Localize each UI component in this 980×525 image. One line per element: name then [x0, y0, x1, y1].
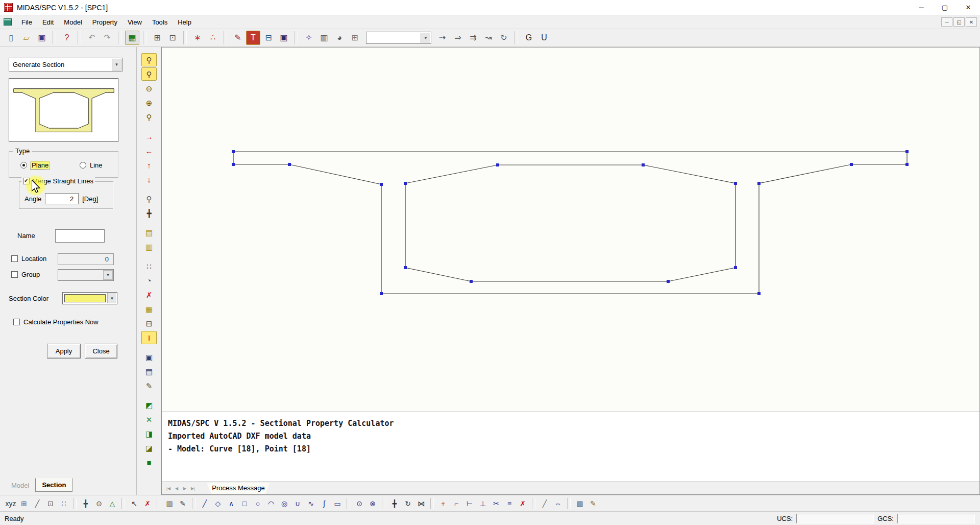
renumber-icon[interactable]: ⇉	[466, 31, 480, 45]
chevron-down-icon[interactable]: ▼	[107, 293, 116, 303]
shrink-icon[interactable]: ◨	[141, 427, 157, 440]
tab-section[interactable]: Section	[35, 478, 72, 492]
zoom-fit-icon[interactable]: ⚲	[141, 67, 157, 81]
export-draw-icon[interactable]: ▥	[573, 497, 586, 510]
open-folder-icon[interactable]: ▱	[19, 31, 34, 45]
menu-view[interactable]: View	[122, 16, 147, 29]
chevron-down-icon[interactable]: ▼	[112, 59, 121, 70]
ortho-icon[interactable]: ⊙	[92, 497, 106, 510]
draw-rectangle-icon[interactable]: □	[238, 497, 251, 510]
snap-grid-icon[interactable]: ⊡	[44, 497, 57, 510]
mdi-close-button[interactable]: ✕	[966, 17, 977, 27]
tab-model[interactable]: Model	[5, 479, 35, 492]
name-input[interactable]	[55, 229, 105, 243]
ucs-icon[interactable]: xyz	[4, 497, 17, 510]
zoom-in-icon[interactable]: ⊕	[141, 96, 157, 109]
group-checkbox[interactable]	[11, 271, 18, 278]
pan-dynamic-icon[interactable]: ╋	[141, 206, 157, 220]
point-display-icon[interactable]: ∷	[141, 259, 157, 273]
draw-spline-icon[interactable]: ʃ	[317, 497, 331, 510]
point-circle-icon[interactable]: ⊙	[353, 497, 366, 510]
draw-polyline-icon[interactable]: ∧	[225, 497, 238, 510]
fill-toggle-icon[interactable]: ◩	[141, 398, 157, 412]
mdi-restore-button[interactable]: ◱	[953, 17, 965, 27]
generate-section-icon[interactable]: ✧	[302, 31, 316, 45]
mdi-minimize-button[interactable]: ─	[941, 17, 952, 27]
zoom-select-icon[interactable]: ◕	[332, 31, 347, 45]
move-entity-icon[interactable]: ╋	[388, 497, 401, 510]
save-image-icon[interactable]: ▣	[141, 350, 157, 364]
drawing-canvas[interactable]	[162, 47, 979, 412]
tab-scroll-button[interactable]: ▶	[181, 484, 189, 493]
exclude-circle-icon[interactable]: ⊗	[366, 497, 379, 510]
free-edge-icon[interactable]: ✕	[141, 413, 157, 426]
polygon-display-icon[interactable]: ▦	[141, 302, 157, 316]
location-row[interactable]: Location	[11, 255, 46, 262]
draw-wave-icon[interactable]: ∿	[304, 497, 317, 510]
trim-icon[interactable]: ✂	[489, 497, 503, 510]
rotate-entity-icon[interactable]: ↻	[401, 497, 414, 510]
menu-edit[interactable]: Edit	[37, 16, 59, 29]
mode-select[interactable]: Generate Section ▼	[9, 58, 122, 71]
section-display-icon[interactable]: ▤	[141, 226, 157, 239]
snap-line-icon[interactable]: ╱	[31, 497, 44, 510]
calc-properties-checkbox[interactable]	[13, 319, 20, 325]
radio-plane[interactable]: Plane	[20, 161, 50, 169]
group-row[interactable]: Group	[11, 271, 40, 278]
radio-line-control[interactable]	[80, 162, 86, 169]
angle-input[interactable]: 2	[45, 193, 79, 204]
zoom-out-icon[interactable]: ⊖	[141, 82, 157, 95]
underline-icon[interactable]: U	[537, 31, 551, 45]
zoom-window-icon[interactable]: ⚲	[141, 53, 157, 66]
list-entity-icon[interactable]: ✎	[586, 497, 600, 510]
save-icon[interactable]: ▣	[35, 31, 49, 45]
rotate-view-icon[interactable]: ⚲	[141, 192, 157, 205]
radio-line[interactable]: Line	[80, 161, 103, 169]
import-dxf-icon[interactable]: ✎	[231, 31, 245, 45]
refresh-icon[interactable]: ↻	[497, 31, 511, 45]
tab-process-message[interactable]: Process Message	[202, 483, 275, 494]
query-icon[interactable]: ✎	[141, 379, 157, 392]
chevron-down-icon[interactable]: ▼	[421, 33, 430, 43]
save-section-icon[interactable]: ▣	[277, 31, 291, 45]
section-outline-icon[interactable]: ▥	[141, 240, 157, 253]
grid-toggle-icon[interactable]: ⊞	[17, 497, 31, 510]
delete-entity-icon[interactable]: ✗	[141, 288, 157, 301]
toolbar-combobox[interactable]: ▼	[366, 32, 431, 44]
grid-snap-icon[interactable]: ⊡	[165, 31, 180, 45]
menu-file[interactable]: File	[16, 16, 37, 29]
frame-view-icon[interactable]: ▥	[317, 31, 331, 45]
pan-right-icon[interactable]: →	[141, 130, 157, 143]
redo-icon[interactable]: ↷	[100, 31, 114, 45]
node-number-icon[interactable]: ⇢	[435, 31, 450, 45]
angle-display-icon[interactable]: ◔	[141, 274, 157, 287]
mirror-entity-icon[interactable]: ⋈	[414, 497, 428, 510]
delete-draw-icon[interactable]: ✗	[516, 497, 529, 510]
merge-checkbox[interactable]: ✓	[23, 178, 30, 184]
minimize-button[interactable]: ─	[910, 0, 933, 15]
snap-point-icon[interactable]: ∷	[57, 497, 70, 510]
pan-left-icon[interactable]: ←	[141, 144, 157, 157]
origin-icon[interactable]: ╋	[79, 497, 92, 510]
copy-entity-icon[interactable]: ▥	[163, 497, 176, 510]
export-view-icon[interactable]: ▤	[141, 365, 157, 378]
lg-icon[interactable]: G	[522, 31, 536, 45]
radio-plane-control[interactable]	[20, 162, 27, 169]
solid-fill-icon[interactable]: ■	[141, 456, 157, 469]
pan-up-icon[interactable]: ↑	[141, 158, 157, 172]
menu-tools[interactable]: Tools	[147, 16, 173, 29]
apply-button[interactable]: Apply	[47, 344, 81, 359]
align-icon[interactable]: ⊥	[476, 497, 489, 510]
stretch-icon[interactable]: ⇔	[551, 497, 565, 510]
measure-icon[interactable]: ⊟	[141, 317, 157, 330]
location-input[interactable]: 0	[58, 253, 114, 265]
offset-icon[interactable]: +	[436, 497, 450, 510]
close-button[interactable]: ✕	[957, 0, 980, 15]
model-display-icon[interactable]: ▦	[125, 31, 139, 45]
display-option-icon[interactable]: ⊟	[261, 31, 276, 45]
menu-property[interactable]: Property	[87, 16, 122, 29]
triangle-snap-icon[interactable]: △	[106, 497, 119, 510]
tab-scroll-button[interactable]: ◀	[173, 484, 181, 493]
zoom-dynamic-icon[interactable]: ⚲	[141, 110, 157, 124]
break-icon[interactable]: ⊢	[463, 497, 476, 510]
